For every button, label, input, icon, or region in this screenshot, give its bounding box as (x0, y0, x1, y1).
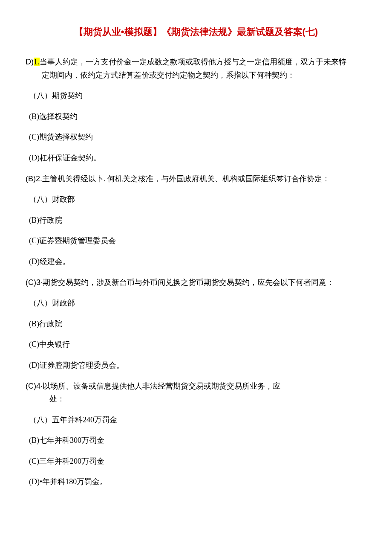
question-3-stem: (C)3·期货交易契约，涉及新台币与外币间兑换之货币期货交易契约，应先会以下何者… (26, 276, 366, 289)
q1-option-d: (D)杠杆保证金契约。 (26, 151, 366, 165)
q1-stem-line2: 定期间内，依约定方式结算差价或交付约定物之契约，系指以下何种契约： (26, 69, 366, 82)
question-4-stem: (C)4·以场所、设备或信息提供他人非法经营期货交易或期货交易所业务，应 处： (26, 380, 366, 406)
page-title: 【期货从业•模拟题】《期货法律法规》最新试题及答案(七) (26, 26, 366, 38)
question-2: (B)2.主管机关得经以卜. 何机关之核准，与外国政府机关、机构或国际组织签订合… (26, 172, 366, 268)
q3-option-c: (C)中央银行 (26, 338, 366, 351)
q2-prefix: (B)2. (26, 174, 42, 183)
q3-option-a: （八）财政部 (26, 296, 366, 310)
q4-option-b: (B)七年并科300万罚金 (26, 434, 366, 447)
q1-number-highlight: 1. (34, 58, 40, 66)
q1-option-b: (B)选择权契约 (26, 110, 366, 123)
question-1-stem: D)1.当事人约定，一方支付价金一定成数之款项或取得他方授与之一定信用额度，双方… (26, 55, 366, 81)
question-1: D)1.当事人约定，一方支付价金一定成数之款项或取得他方授与之一定信用额度，双方… (26, 55, 366, 165)
question-4: (C)4·以场所、设备或信息提供他人非法经营期货交易或期货交易所业务，应 处： … (26, 380, 366, 489)
q3-option-b: (B)行政院 (26, 317, 366, 331)
q2-option-c: (C)证券暨期货管理委员会 (26, 234, 366, 247)
q4-stem-line1: 以场所、设备或信息提供他人非法经营期货交易或期货交易所业务，应 (43, 382, 280, 390)
q3-prefix: (C)3· (26, 278, 43, 287)
q1-option-c: (C)期货选择权契约 (26, 131, 366, 144)
q4-option-d: (D)•年并科180万罚金。 (26, 475, 366, 488)
question-3: (C)3·期货交易契约，涉及新台币与外币间兑换之货币期货交易契约，应先会以下何者… (26, 276, 366, 372)
q4-option-c: (C)三年并科200万罚金 (26, 455, 366, 468)
q4-prefix: (C)4· (26, 382, 43, 390)
q3-option-d: (D)证券腔期货管理委员会。 (26, 359, 366, 372)
q2-option-a: （八）财政部 (26, 193, 366, 206)
q1-option-a: （八）期货契约 (26, 89, 366, 102)
question-2-stem: (B)2.主管机关得经以卜. 何机关之核准，与外国政府机关、机构或国际组织签订合… (26, 172, 366, 186)
q4-option-a: （八）五年并科240万罚金 (26, 413, 366, 427)
q4-stem-line2: 处： (26, 392, 366, 406)
q2-option-d: (D)经建会。 (26, 255, 366, 268)
q2-option-b: (B)行政院 (26, 214, 366, 227)
q1-answer-prefix: D) (26, 58, 34, 66)
q1-stem-line1: 当事人约定，一方支付价金一定成数之款项或取得他方授与之一定信用额度，双方于未来特 (40, 58, 346, 66)
q2-stem-text: 主管机关得经以卜. 何机关之核准，与外国政府机关、机构或国际组织签订合作协定： (42, 174, 330, 183)
q3-stem-text: 期货交易契约，涉及新台币与外币间兑换之货币期货交易契约，应先会以下何者同意： (43, 278, 334, 287)
